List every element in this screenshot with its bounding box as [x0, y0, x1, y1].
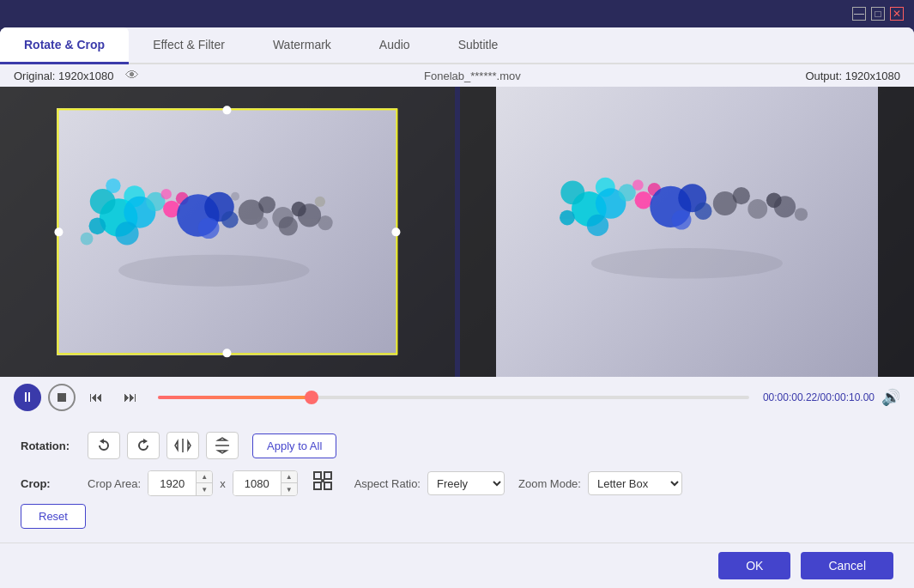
rotate-left-button[interactable]: [88, 432, 120, 459]
x-separator: x: [220, 477, 226, 490]
tab-rotate-crop[interactable]: Rotate & Crop: [0, 27, 129, 64]
prev-icon: ⏮: [89, 390, 103, 405]
mask-bottom: [57, 355, 397, 377]
crop-width-up[interactable]: ▲: [197, 471, 212, 483]
cancel-button[interactable]: Cancel: [801, 552, 893, 579]
crop-width-spin[interactable]: ▲ ▼: [196, 471, 212, 495]
eye-icon[interactable]: 👁: [125, 68, 139, 83]
aspect-ratio-label: Aspect Ratio:: [354, 477, 421, 490]
pause-button[interactable]: ⏸: [14, 384, 41, 411]
crop-center-icon: [312, 470, 334, 492]
left-preview: [0, 87, 455, 377]
tab-effect-filter[interactable]: Effect & Filter: [129, 27, 249, 64]
crop-area-label: Crop Area:: [88, 477, 141, 490]
controls-area: Rotation: Apply to All: [0, 418, 914, 543]
right-mask-left: [460, 87, 496, 377]
title-bar: — □ ✕: [0, 0, 914, 27]
rotate-left-icon: [95, 437, 112, 454]
svg-point-52: [321, 479, 324, 482]
svg-point-36: [633, 179, 644, 191]
mask-right: [397, 87, 454, 377]
svg-point-40: [694, 202, 711, 219]
main-content: Rotate & Crop Effect & Filter Watermark …: [0, 27, 914, 588]
time-display: 00:00:00.22/00:00:10.00: [763, 391, 875, 403]
flip-vertical-icon: [214, 437, 231, 454]
next-button[interactable]: ⏭: [117, 384, 144, 411]
svg-point-34: [634, 191, 651, 209]
svg-point-43: [748, 199, 767, 219]
next-icon: ⏭: [124, 390, 137, 405]
stop-button[interactable]: ⏹: [48, 384, 76, 411]
flip-vertical-button[interactable]: [206, 432, 239, 459]
crop-center-button[interactable]: [312, 470, 334, 497]
filename-label: Fonelab_******.mov: [424, 70, 521, 82]
playback-controls: ⏸ ⏹ ⏮ ⏭ 00:00:00.22/00:00:10.00 🔊: [0, 377, 914, 418]
crop-overlay[interactable]: [57, 108, 397, 355]
svg-point-47: [591, 248, 783, 278]
right-mask-right: [878, 87, 914, 377]
video-graphic-right: [496, 122, 878, 296]
crop-width-down[interactable]: ▼: [197, 483, 212, 495]
crop-handle-top[interactable]: [223, 106, 232, 114]
svg-point-39: [671, 209, 691, 229]
tab-bar: Rotate & Crop Effect & Filter Watermark …: [0, 27, 914, 64]
output-label: Output: 1920x1080: [805, 70, 900, 82]
crop-handle-bottom[interactable]: [223, 349, 232, 358]
crop-width-input[interactable]: ▲ ▼: [148, 470, 213, 496]
video-area: [0, 87, 914, 377]
crop-label: Crop:: [21, 477, 81, 490]
ok-button[interactable]: OK: [718, 552, 790, 579]
reset-row: Reset: [21, 504, 893, 529]
rotate-right-button[interactable]: [127, 432, 160, 459]
apply-to-all-button[interactable]: Apply to All: [252, 433, 336, 458]
svg-rect-50: [314, 482, 321, 489]
svg-rect-51: [324, 482, 331, 489]
svg-point-45: [774, 196, 796, 217]
progress-bar[interactable]: [158, 396, 749, 399]
tab-subtitle[interactable]: Subtitle: [434, 27, 523, 64]
minimize-button[interactable]: —: [852, 7, 866, 21]
crop-height-down[interactable]: ▼: [281, 483, 297, 495]
progress-fill: [158, 396, 312, 399]
maximize-button[interactable]: □: [871, 7, 885, 21]
flip-horizontal-icon: [174, 437, 191, 454]
svg-point-46: [795, 208, 808, 221]
prev-button[interactable]: ⏮: [82, 384, 110, 411]
crop-height-up[interactable]: ▲: [281, 471, 297, 483]
crop-height-input[interactable]: ▲ ▼: [233, 470, 298, 496]
reset-button[interactable]: Reset: [21, 504, 86, 529]
footer: OK Cancel: [0, 543, 914, 588]
close-button[interactable]: ✕: [890, 7, 904, 21]
svg-point-33: [587, 214, 608, 235]
crop-height-field[interactable]: [233, 471, 281, 495]
progress-thumb: [305, 391, 318, 404]
rotation-row: Rotation: Apply to All: [21, 432, 893, 459]
svg-rect-49: [324, 472, 331, 479]
zoom-mode-label: Zoom Mode:: [518, 477, 581, 490]
mask-left: [0, 87, 57, 377]
volume-icon[interactable]: 🔊: [881, 388, 900, 407]
pause-icon: ⏸: [21, 390, 34, 405]
aspect-ratio-select[interactable]: Freely 16:9 4:3 1:1 9:16: [427, 471, 505, 495]
svg-point-28: [560, 180, 584, 204]
rotation-label: Rotation:: [21, 439, 81, 452]
original-label: Original: 1920x1080: [14, 70, 113, 82]
zoom-mode-select[interactable]: Letter Box Pan & Scan Full: [588, 471, 682, 495]
svg-point-30: [560, 209, 575, 225]
crop-width-field[interactable]: [148, 471, 196, 495]
rotate-right-icon: [135, 437, 152, 454]
crop-row: Crop: Crop Area: ▲ ▼ x ▲ ▼: [21, 470, 893, 497]
flip-horizontal-button[interactable]: [166, 432, 199, 459]
stop-icon: ⏹: [55, 390, 69, 405]
svg-point-42: [732, 187, 749, 204]
crop-height-spin[interactable]: ▲ ▼: [281, 471, 297, 495]
crop-handle-right[interactable]: [391, 227, 400, 236]
tab-audio[interactable]: Audio: [355, 27, 434, 64]
preview-header: Original: 1920x1080 👁 Fonelab_******.mov…: [0, 64, 914, 87]
svg-rect-48: [314, 472, 321, 479]
right-preview: [460, 87, 915, 377]
crop-handle-left[interactable]: [54, 227, 63, 236]
tab-watermark[interactable]: Watermark: [249, 27, 355, 64]
